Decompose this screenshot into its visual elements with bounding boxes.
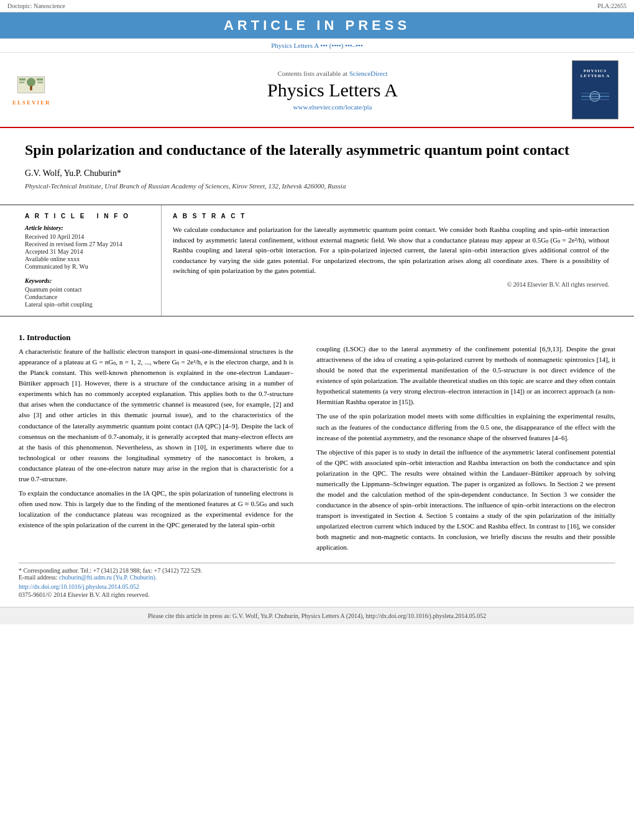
elsevier-logo: ELSEVIER [12, 74, 93, 106]
keyword-1: Quantum point contact [25, 286, 151, 293]
article-info-heading: A R T I C L E I N F O [25, 213, 151, 219]
bottom-citation-bar: Please cite this article in press as: G.… [0, 607, 634, 624]
doctopic-label: Doctopic: Nanoscience [7, 2, 65, 9]
abstract-heading: A B S T R A C T [173, 213, 609, 219]
bottom-citation-text: Please cite this article in press as: G.… [148, 612, 487, 619]
journal-cover-image: PHYSICS LETTERS A [572, 60, 618, 119]
sciencedirect-brand[interactable]: ScienceDirect [349, 70, 388, 77]
issn-line: 0375-9601/© 2014 Elsevier B.V. All right… [19, 591, 615, 598]
revised-date: Received in revised form 27 May 2014 [25, 241, 151, 247]
page: Doctopic: Nanoscience PLA:22655 ARTICLE … [0, 0, 634, 840]
available-online: Available online xxxx [25, 256, 151, 262]
article-in-press-banner: ARTICLE IN PRESS [0, 12, 634, 39]
keywords-section: Keywords: Quantum point contact Conducta… [25, 277, 151, 308]
article-title: Spin polarization and conductance of the… [25, 141, 609, 160]
article-history-heading: Article history: [25, 224, 151, 231]
left-column: 1. Introduction A characteristic feature… [19, 326, 305, 556]
sciencedirect-link: Contents lists available at ScienceDirec… [93, 70, 572, 77]
journal-title-area: Contents lists available at ScienceDirec… [93, 70, 572, 111]
abstract-copyright: © 2014 Elsevier B.V. All rights reserved… [173, 281, 609, 288]
cover-label: PHYSICS LETTERS A [575, 68, 615, 78]
intro-col2-paragraph-3: The objective of this paper is to study … [316, 447, 615, 553]
abstract-text: We calculate conductance and polarizatio… [173, 224, 609, 276]
doi-link[interactable]: http://dx.doi.org/10.1016/j.physleta.201… [19, 583, 139, 590]
svg-point-1 [27, 78, 35, 86]
right-column: coupling (LSOC) due to the lateral asymm… [305, 326, 615, 556]
email-address[interactable]: chuburin@fti.udm.ru (Yu.P. Chuburin). [59, 574, 157, 581]
top-bar: Doctopic: Nanoscience PLA:22655 [0, 0, 634, 12]
contents-label: Contents lists available at [277, 70, 347, 77]
info-abstract-section: A R T I C L E I N F O Article history: R… [0, 205, 634, 316]
abstract-section: A B S T R A C T We calculate conductance… [162, 205, 609, 316]
journal-name: Physics Letters A [93, 80, 572, 101]
accepted-date: Accepted 31 May 2014 [25, 248, 151, 255]
communicated-by: Communicated by R. Wu [25, 263, 151, 270]
intro-paragraph-2: To explain the conductance anomalies in … [19, 488, 293, 530]
article-title-area: Spin polarization and conductance of the… [0, 128, 634, 205]
elsevier-tree-icon [12, 74, 50, 96]
keywords-heading: Keywords: [25, 277, 151, 284]
keyword-2: Conductance [25, 293, 151, 300]
footer-note: * Corresponding author. Tel.: +7 (3412) … [19, 563, 615, 598]
journal-cover: PHYSICS LETTERS A [572, 60, 622, 119]
author-names: G.V. Wolf, Yu.P. Chuburin* [25, 168, 121, 178]
intro-col2-paragraph-1: coupling (LSOC) due to the lateral asymm… [316, 344, 615, 407]
banner-text: ARTICLE IN PRESS [224, 17, 410, 33]
article-info: A R T I C L E I N F O Article history: R… [25, 205, 162, 316]
intro-paragraph-1: A characteristic feature of the ballisti… [19, 346, 293, 484]
keyword-3: Lateral spin–orbit coupling [25, 301, 151, 308]
cover-illustration [578, 81, 612, 112]
citation-line: Physics Letters A ••• (••••) •••–••• [0, 39, 634, 53]
svg-rect-2 [30, 86, 32, 90]
received-date: Received 10 April 2014 [25, 233, 151, 240]
svg-rect-4 [37, 78, 44, 81]
svg-rect-6 [38, 81, 44, 83]
authors: G.V. Wolf, Yu.P. Chuburin* [25, 168, 609, 178]
affiliation: Physical-Technical Institute, Ural Branc… [25, 182, 609, 190]
intro-heading: 1. Introduction [19, 333, 293, 343]
intro-col2-paragraph-2: The use of the spin polarization model m… [316, 411, 615, 443]
journal-header: ELSEVIER Contents lists available at Sci… [0, 53, 634, 128]
identifier-label: PLA:22655 [597, 2, 627, 9]
citation-text: Physics Letters A ••• (••••) •••–••• [271, 42, 363, 49]
elsevier-brand-text: ELSEVIER [12, 99, 93, 106]
journal-url[interactable]: www.elsevier.com/locate/pla [93, 103, 572, 111]
svg-rect-3 [19, 78, 26, 81]
email-line: E-mail address: chuburin@fti.udm.ru (Yu.… [19, 574, 615, 581]
email-label: E-mail address: [19, 574, 57, 581]
corresponding-author: * Corresponding author. Tel.: +7 (3412) … [19, 567, 615, 574]
svg-rect-5 [19, 81, 25, 83]
main-body: 1. Introduction A characteristic feature… [0, 326, 634, 556]
footer-links: http://dx.doi.org/10.1016/j.physleta.201… [19, 583, 615, 590]
